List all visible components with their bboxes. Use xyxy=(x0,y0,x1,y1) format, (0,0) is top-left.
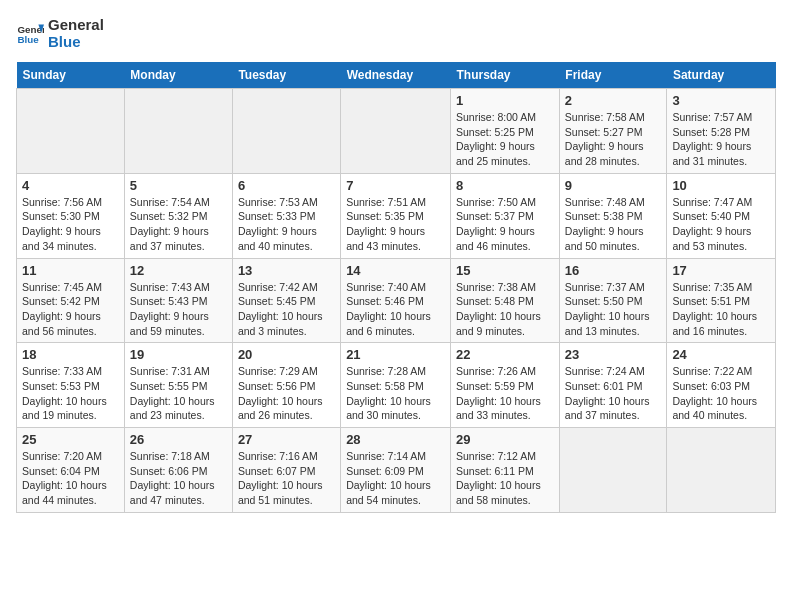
day-number: 3 xyxy=(672,93,770,108)
day-number: 19 xyxy=(130,347,227,362)
calendar-cell xyxy=(559,428,667,513)
day-info: Sunrise: 7:18 AM Sunset: 6:06 PM Dayligh… xyxy=(130,449,227,508)
header-cell-friday: Friday xyxy=(559,62,667,89)
logo-icon: General Blue xyxy=(16,19,44,47)
day-number: 17 xyxy=(672,263,770,278)
calendar-week-5: 25Sunrise: 7:20 AM Sunset: 6:04 PM Dayli… xyxy=(17,428,776,513)
day-info: Sunrise: 7:53 AM Sunset: 5:33 PM Dayligh… xyxy=(238,195,335,254)
day-info: Sunrise: 7:35 AM Sunset: 5:51 PM Dayligh… xyxy=(672,280,770,339)
calendar-cell: 23Sunrise: 7:24 AM Sunset: 6:01 PM Dayli… xyxy=(559,343,667,428)
day-info: Sunrise: 7:38 AM Sunset: 5:48 PM Dayligh… xyxy=(456,280,554,339)
calendar-cell: 26Sunrise: 7:18 AM Sunset: 6:06 PM Dayli… xyxy=(124,428,232,513)
calendar-cell xyxy=(124,89,232,174)
day-number: 2 xyxy=(565,93,662,108)
calendar-cell: 11Sunrise: 7:45 AM Sunset: 5:42 PM Dayli… xyxy=(17,258,125,343)
calendar-cell: 13Sunrise: 7:42 AM Sunset: 5:45 PM Dayli… xyxy=(232,258,340,343)
calendar-cell: 25Sunrise: 7:20 AM Sunset: 6:04 PM Dayli… xyxy=(17,428,125,513)
calendar-cell: 18Sunrise: 7:33 AM Sunset: 5:53 PM Dayli… xyxy=(17,343,125,428)
day-number: 14 xyxy=(346,263,445,278)
calendar-cell xyxy=(341,89,451,174)
calendar-cell: 24Sunrise: 7:22 AM Sunset: 6:03 PM Dayli… xyxy=(667,343,776,428)
day-number: 29 xyxy=(456,432,554,447)
day-info: Sunrise: 7:47 AM Sunset: 5:40 PM Dayligh… xyxy=(672,195,770,254)
calendar-cell: 22Sunrise: 7:26 AM Sunset: 5:59 PM Dayli… xyxy=(451,343,560,428)
day-number: 24 xyxy=(672,347,770,362)
day-info: Sunrise: 7:51 AM Sunset: 5:35 PM Dayligh… xyxy=(346,195,445,254)
calendar-cell: 27Sunrise: 7:16 AM Sunset: 6:07 PM Dayli… xyxy=(232,428,340,513)
day-info: Sunrise: 7:45 AM Sunset: 5:42 PM Dayligh… xyxy=(22,280,119,339)
day-number: 12 xyxy=(130,263,227,278)
day-number: 23 xyxy=(565,347,662,362)
header-cell-wednesday: Wednesday xyxy=(341,62,451,89)
calendar-cell: 29Sunrise: 7:12 AM Sunset: 6:11 PM Dayli… xyxy=(451,428,560,513)
day-info: Sunrise: 8:00 AM Sunset: 5:25 PM Dayligh… xyxy=(456,110,554,169)
calendar-cell: 6Sunrise: 7:53 AM Sunset: 5:33 PM Daylig… xyxy=(232,173,340,258)
day-number: 8 xyxy=(456,178,554,193)
header-cell-tuesday: Tuesday xyxy=(232,62,340,89)
calendar-week-2: 4Sunrise: 7:56 AM Sunset: 5:30 PM Daylig… xyxy=(17,173,776,258)
header-cell-thursday: Thursday xyxy=(451,62,560,89)
calendar-cell: 28Sunrise: 7:14 AM Sunset: 6:09 PM Dayli… xyxy=(341,428,451,513)
calendar-cell xyxy=(17,89,125,174)
svg-text:Blue: Blue xyxy=(17,34,39,45)
day-number: 18 xyxy=(22,347,119,362)
day-number: 27 xyxy=(238,432,335,447)
calendar-cell: 2Sunrise: 7:58 AM Sunset: 5:27 PM Daylig… xyxy=(559,89,667,174)
day-info: Sunrise: 7:31 AM Sunset: 5:55 PM Dayligh… xyxy=(130,364,227,423)
calendar-cell xyxy=(667,428,776,513)
day-info: Sunrise: 7:16 AM Sunset: 6:07 PM Dayligh… xyxy=(238,449,335,508)
day-info: Sunrise: 7:33 AM Sunset: 5:53 PM Dayligh… xyxy=(22,364,119,423)
day-number: 4 xyxy=(22,178,119,193)
day-number: 20 xyxy=(238,347,335,362)
calendar-week-4: 18Sunrise: 7:33 AM Sunset: 5:53 PM Dayli… xyxy=(17,343,776,428)
calendar-cell: 7Sunrise: 7:51 AM Sunset: 5:35 PM Daylig… xyxy=(341,173,451,258)
day-info: Sunrise: 7:48 AM Sunset: 5:38 PM Dayligh… xyxy=(565,195,662,254)
header-row: SundayMondayTuesdayWednesdayThursdayFrid… xyxy=(17,62,776,89)
calendar-cell xyxy=(232,89,340,174)
calendar-cell: 15Sunrise: 7:38 AM Sunset: 5:48 PM Dayli… xyxy=(451,258,560,343)
day-number: 22 xyxy=(456,347,554,362)
day-info: Sunrise: 7:14 AM Sunset: 6:09 PM Dayligh… xyxy=(346,449,445,508)
header-cell-sunday: Sunday xyxy=(17,62,125,89)
calendar-week-1: 1Sunrise: 8:00 AM Sunset: 5:25 PM Daylig… xyxy=(17,89,776,174)
calendar-cell: 20Sunrise: 7:29 AM Sunset: 5:56 PM Dayli… xyxy=(232,343,340,428)
day-number: 6 xyxy=(238,178,335,193)
day-info: Sunrise: 7:29 AM Sunset: 5:56 PM Dayligh… xyxy=(238,364,335,423)
day-info: Sunrise: 7:58 AM Sunset: 5:27 PM Dayligh… xyxy=(565,110,662,169)
day-info: Sunrise: 7:12 AM Sunset: 6:11 PM Dayligh… xyxy=(456,449,554,508)
day-number: 7 xyxy=(346,178,445,193)
calendar-cell: 9Sunrise: 7:48 AM Sunset: 5:38 PM Daylig… xyxy=(559,173,667,258)
day-info: Sunrise: 7:28 AM Sunset: 5:58 PM Dayligh… xyxy=(346,364,445,423)
calendar-cell: 17Sunrise: 7:35 AM Sunset: 5:51 PM Dayli… xyxy=(667,258,776,343)
day-info: Sunrise: 7:54 AM Sunset: 5:32 PM Dayligh… xyxy=(130,195,227,254)
logo-blue: Blue xyxy=(48,33,104,50)
logo: General Blue General Blue xyxy=(16,16,104,50)
day-number: 13 xyxy=(238,263,335,278)
day-info: Sunrise: 7:42 AM Sunset: 5:45 PM Dayligh… xyxy=(238,280,335,339)
logo-general: General xyxy=(48,16,104,33)
calendar-cell: 19Sunrise: 7:31 AM Sunset: 5:55 PM Dayli… xyxy=(124,343,232,428)
day-number: 28 xyxy=(346,432,445,447)
calendar-week-3: 11Sunrise: 7:45 AM Sunset: 5:42 PM Dayli… xyxy=(17,258,776,343)
day-number: 21 xyxy=(346,347,445,362)
calendar-cell: 5Sunrise: 7:54 AM Sunset: 5:32 PM Daylig… xyxy=(124,173,232,258)
day-info: Sunrise: 7:22 AM Sunset: 6:03 PM Dayligh… xyxy=(672,364,770,423)
day-info: Sunrise: 7:43 AM Sunset: 5:43 PM Dayligh… xyxy=(130,280,227,339)
calendar-cell: 1Sunrise: 8:00 AM Sunset: 5:25 PM Daylig… xyxy=(451,89,560,174)
day-number: 15 xyxy=(456,263,554,278)
day-number: 16 xyxy=(565,263,662,278)
day-info: Sunrise: 7:24 AM Sunset: 6:01 PM Dayligh… xyxy=(565,364,662,423)
day-number: 11 xyxy=(22,263,119,278)
header-cell-monday: Monday xyxy=(124,62,232,89)
calendar-cell: 12Sunrise: 7:43 AM Sunset: 5:43 PM Dayli… xyxy=(124,258,232,343)
page-header: General Blue General Blue xyxy=(16,16,776,50)
day-number: 9 xyxy=(565,178,662,193)
day-info: Sunrise: 7:37 AM Sunset: 5:50 PM Dayligh… xyxy=(565,280,662,339)
day-number: 1 xyxy=(456,93,554,108)
calendar-cell: 16Sunrise: 7:37 AM Sunset: 5:50 PM Dayli… xyxy=(559,258,667,343)
calendar-table: SundayMondayTuesdayWednesdayThursdayFrid… xyxy=(16,62,776,513)
day-info: Sunrise: 7:20 AM Sunset: 6:04 PM Dayligh… xyxy=(22,449,119,508)
calendar-cell: 21Sunrise: 7:28 AM Sunset: 5:58 PM Dayli… xyxy=(341,343,451,428)
day-number: 5 xyxy=(130,178,227,193)
day-number: 26 xyxy=(130,432,227,447)
